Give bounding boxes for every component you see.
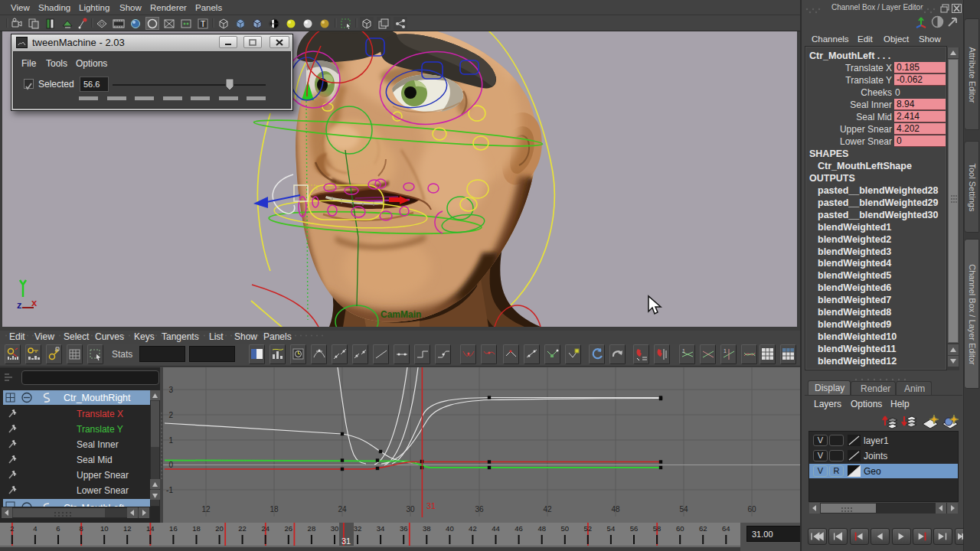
svg-text:-1: -1 <box>166 486 173 494</box>
svg-text:CamMain: CamMain <box>381 309 421 320</box>
svg-text:Attribute Editor: Attribute Editor <box>968 47 977 103</box>
svg-text:Tool Settings: Tool Settings <box>968 164 977 212</box>
svg-text:22: 22 <box>238 524 247 533</box>
svg-text:54: 54 <box>607 524 616 533</box>
svg-text:12: 12 <box>123 524 132 533</box>
svg-text:40: 40 <box>446 524 454 533</box>
svg-text:Ctr_MouthRight: Ctr_MouthRight <box>64 393 131 403</box>
svg-text:60: 60 <box>747 505 756 514</box>
svg-text:1: 1 <box>682 348 685 354</box>
svg-text:58: 58 <box>653 524 662 533</box>
svg-text:36: 36 <box>475 505 484 514</box>
svg-text:48: 48 <box>611 505 620 514</box>
svg-text:62: 62 <box>699 524 707 533</box>
svg-text:28: 28 <box>308 524 316 533</box>
svg-text:4: 4 <box>33 524 37 533</box>
svg-text:34: 34 <box>377 524 385 533</box>
svg-text:x: x <box>31 297 38 308</box>
svg-text:32: 32 <box>354 524 362 533</box>
svg-text:30: 30 <box>406 505 415 514</box>
svg-text:6: 6 <box>56 524 60 533</box>
svg-text:18: 18 <box>192 524 201 533</box>
svg-text:38: 38 <box>423 524 431 533</box>
svg-text:24: 24 <box>261 524 270 533</box>
svg-text:36: 36 <box>400 524 408 533</box>
svg-text:T: T <box>201 19 206 28</box>
svg-text:16: 16 <box>169 524 178 533</box>
svg-text:56: 56 <box>630 524 639 533</box>
svg-text:42: 42 <box>469 524 477 533</box>
svg-text:Ctr_MouthLeft: Ctr_MouthLeft <box>64 503 125 507</box>
svg-text:2: 2 <box>168 411 173 419</box>
svg-text:12: 12 <box>201 505 211 514</box>
svg-text:1: 1 <box>168 436 173 445</box>
svg-text:64: 64 <box>722 524 730 533</box>
svg-text:60: 60 <box>676 524 684 533</box>
svg-text:30: 30 <box>331 524 339 533</box>
svg-text:14: 14 <box>146 524 155 533</box>
svg-text:26: 26 <box>285 524 293 533</box>
svg-text:Channel Box / Layer Editor: Channel Box / Layer Editor <box>968 264 977 365</box>
svg-text:31: 31 <box>341 536 351 546</box>
svg-text:z: z <box>17 299 22 311</box>
svg-text:54: 54 <box>679 505 688 514</box>
svg-text:2: 2 <box>10 524 14 533</box>
svg-text:46: 46 <box>514 524 523 533</box>
svg-text:3: 3 <box>168 386 173 394</box>
svg-text:44: 44 <box>492 524 500 533</box>
svg-text:8: 8 <box>79 524 83 533</box>
svg-text:48: 48 <box>537 524 546 533</box>
svg-text:18: 18 <box>270 505 279 514</box>
svg-text:52: 52 <box>584 524 593 533</box>
svg-text:24: 24 <box>338 505 347 514</box>
svg-text:10: 10 <box>100 524 109 533</box>
svg-text:1: 1 <box>724 348 727 354</box>
svg-text:42: 42 <box>543 505 552 514</box>
svg-text:31: 31 <box>426 501 436 510</box>
svg-text:20: 20 <box>215 524 224 533</box>
svg-text:0: 0 <box>168 461 173 469</box>
svg-text:50: 50 <box>561 524 570 533</box>
